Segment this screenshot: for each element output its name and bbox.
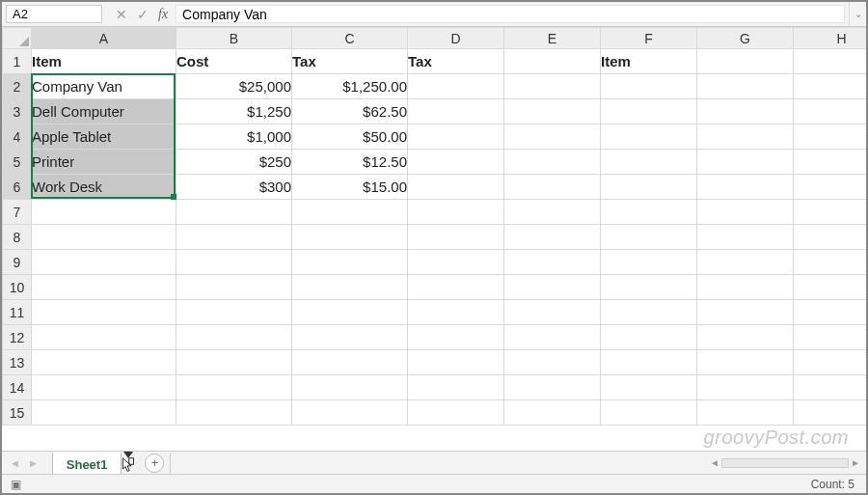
cell[interactable] — [504, 49, 601, 74]
row-header-8[interactable]: 8 — [3, 225, 32, 250]
column-header-B[interactable]: B — [176, 28, 292, 49]
row-header-14[interactable]: 14 — [3, 375, 32, 400]
row-header-15[interactable]: 15 — [3, 400, 32, 426]
row-header-2[interactable]: 2 — [3, 74, 32, 99]
cell[interactable] — [504, 175, 601, 200]
cell[interactable]: Item — [601, 49, 697, 74]
cell[interactable] — [504, 375, 601, 400]
cell[interactable] — [601, 175, 697, 200]
cell[interactable] — [408, 375, 504, 400]
cell[interactable] — [504, 350, 601, 375]
cell[interactable] — [176, 200, 292, 225]
cell[interactable] — [176, 400, 292, 426]
enter-icon[interactable]: ✓ — [137, 7, 149, 22]
cell[interactable] — [601, 325, 697, 350]
cell[interactable]: Tax — [408, 49, 504, 74]
cell[interactable]: Work Desk — [32, 175, 176, 200]
cell[interactable]: Printer — [32, 150, 176, 175]
cell[interactable] — [32, 225, 176, 250]
cell[interactable] — [408, 400, 504, 426]
row-header-10[interactable]: 10 — [3, 275, 32, 300]
cell[interactable] — [504, 300, 601, 325]
column-header-E[interactable]: E — [504, 28, 601, 49]
cell[interactable]: $1,250 — [176, 99, 292, 124]
cell[interactable] — [697, 250, 794, 275]
cell[interactable] — [794, 124, 867, 150]
column-header-C[interactable]: C — [292, 28, 408, 49]
cell[interactable] — [504, 150, 601, 175]
cell[interactable] — [32, 300, 176, 325]
cell[interactable] — [794, 300, 867, 325]
cancel-icon[interactable]: ✕ — [116, 7, 127, 22]
cell[interactable] — [794, 175, 867, 200]
cell[interactable] — [601, 225, 697, 250]
cell[interactable] — [504, 325, 601, 350]
scroll-right-icon[interactable]: ► — [849, 457, 862, 468]
cell[interactable] — [292, 375, 408, 400]
sheet-tab[interactable]: Sheet1 — [52, 452, 122, 475]
cell[interactable] — [794, 275, 867, 300]
row-header-3[interactable]: 3 — [3, 99, 32, 124]
cell[interactable]: $50.00 — [292, 124, 408, 150]
cell[interactable] — [601, 99, 697, 124]
cell[interactable] — [697, 124, 794, 150]
row-header-9[interactable]: 9 — [3, 250, 32, 275]
cell[interactable] — [176, 300, 292, 325]
row-header-4[interactable]: 4 — [3, 124, 32, 150]
spreadsheet-grid[interactable]: A B C D E F G H 1 Item Cost Tax Tax Item — [2, 27, 866, 451]
row-header-5[interactable]: 5 — [3, 150, 32, 175]
cell[interactable] — [794, 200, 867, 225]
cell[interactable] — [504, 74, 601, 99]
cell[interactable] — [794, 325, 867, 350]
cell[interactable] — [292, 300, 408, 325]
cell[interactable] — [601, 124, 697, 150]
tab-nav-prev-icon[interactable]: ◄ — [10, 457, 20, 469]
cell[interactable] — [32, 350, 176, 375]
cell[interactable] — [176, 350, 292, 375]
cell[interactable] — [697, 150, 794, 175]
cell[interactable] — [794, 99, 867, 124]
cell[interactable] — [292, 275, 408, 300]
cell[interactable]: $1,000 — [176, 124, 292, 150]
tab-nav-next-icon[interactable]: ► — [28, 457, 39, 469]
cell[interactable] — [408, 250, 504, 275]
fx-icon[interactable]: fx — [158, 7, 168, 22]
cell[interactable] — [697, 74, 794, 99]
cell[interactable]: Cost — [176, 49, 292, 74]
cell[interactable] — [697, 225, 794, 250]
formula-input[interactable] — [176, 5, 845, 23]
cell[interactable] — [408, 74, 504, 99]
macro-record-icon[interactable]: ▣ — [8, 478, 23, 491]
horizontal-scrollbar[interactable]: ◄ ► — [708, 456, 862, 470]
cell[interactable] — [697, 400, 794, 426]
row-header-6[interactable]: 6 — [3, 175, 32, 200]
cell[interactable] — [408, 225, 504, 250]
cell[interactable] — [292, 250, 408, 275]
cell[interactable] — [32, 325, 176, 350]
cell[interactable]: $1,250.00 — [292, 74, 408, 99]
select-all-corner[interactable] — [3, 28, 32, 49]
cell[interactable] — [794, 250, 867, 275]
cell[interactable] — [408, 99, 504, 124]
column-header-H[interactable]: H — [794, 28, 867, 49]
cell[interactable] — [601, 300, 697, 325]
row-header-13[interactable]: 13 — [3, 350, 32, 375]
cell[interactable]: Tax — [292, 49, 408, 74]
cell[interactable]: Company Van — [32, 74, 176, 99]
cell[interactable] — [601, 74, 697, 99]
cell[interactable]: Dell Computer — [32, 99, 176, 124]
formula-bar-expand-icon[interactable]: ⌄ — [849, 2, 866, 26]
cell[interactable] — [794, 400, 867, 426]
cell[interactable] — [697, 275, 794, 300]
cell[interactable] — [504, 99, 601, 124]
cell[interactable] — [794, 74, 867, 99]
cell[interactable] — [408, 350, 504, 375]
column-header-G[interactable]: G — [697, 28, 794, 49]
cell[interactable] — [176, 225, 292, 250]
cell[interactable] — [32, 400, 176, 426]
cell[interactable] — [504, 225, 601, 250]
cell[interactable] — [504, 124, 601, 150]
cell[interactable] — [697, 175, 794, 200]
row-header-1[interactable]: 1 — [3, 49, 32, 74]
cell[interactable] — [601, 275, 697, 300]
